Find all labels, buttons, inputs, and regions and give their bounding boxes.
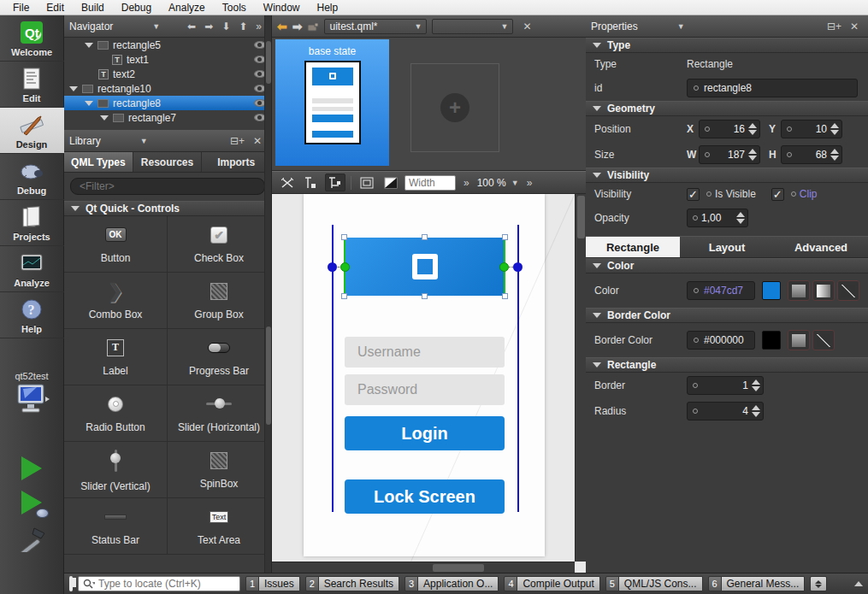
library-item-combo-box[interactable]: ❯ Combo Box: [64, 273, 168, 329]
form-canvas[interactable]: Username Password Login Lock Screen: [272, 194, 586, 573]
library-item-label[interactable]: T Label: [64, 329, 168, 385]
tab-advanced[interactable]: Advanced: [774, 237, 868, 257]
solid-fill-button[interactable]: [788, 280, 810, 301]
id-input[interactable]: rectangle8: [687, 79, 858, 97]
pane-cycle-button[interactable]: [810, 576, 827, 591]
output-pane-general-messages[interactable]: 6 General Mess...: [708, 576, 806, 591]
close-panel-icon[interactable]: ✕: [249, 135, 266, 147]
library-item-slider-vertical[interactable]: Slider (Vertical): [64, 442, 168, 498]
snapping-anchors-icon[interactable]: [301, 173, 322, 191]
spin-up-icon[interactable]: [830, 149, 839, 154]
tree-item-rectangle10[interactable]: rectangle10: [64, 81, 271, 96]
spin-down-icon[interactable]: [752, 412, 760, 417]
spin-down-icon[interactable]: [748, 130, 757, 135]
mode-edit[interactable]: Edit: [0, 62, 64, 108]
library-item-slider-horizontal[interactable]: Slider (Horizontal): [168, 385, 271, 442]
secondary-combo[interactable]: ▼: [432, 19, 513, 34]
expand-icon[interactable]: [100, 115, 109, 121]
navigator-scrollbar[interactable]: [264, 15, 271, 130]
section-visibility[interactable]: Visibility: [586, 168, 868, 183]
kit-selector[interactable]: qt52test: [13, 371, 50, 417]
binding-indicator-icon[interactable]: [706, 191, 712, 197]
spin-down-icon[interactable]: [830, 156, 839, 161]
no-fill-button[interactable]: [837, 280, 859, 301]
section-geometry[interactable]: Geometry: [586, 101, 868, 116]
overflow-icon[interactable]: »: [459, 177, 474, 189]
move-left-icon[interactable]: ⬅: [183, 21, 200, 32]
mode-help[interactable]: ? Help: [0, 292, 64, 338]
section-rectangle[interactable]: Rectangle: [586, 357, 868, 373]
color-input[interactable]: #047cd7: [687, 281, 755, 300]
resize-handle-n[interactable]: [422, 234, 428, 240]
mode-design[interactable]: Design: [0, 108, 64, 154]
resize-handle-s[interactable]: [422, 293, 428, 299]
lock-screen-button[interactable]: Lock Screen: [345, 479, 505, 514]
selected-rectangle8[interactable]: [345, 238, 505, 296]
border-color-swatch[interactable]: [762, 331, 781, 350]
menu-help[interactable]: Help: [310, 1, 346, 15]
locator-input[interactable]: [98, 578, 235, 590]
anchor-dot-green-left[interactable]: [340, 262, 350, 272]
library-item-button[interactable]: OK Button: [64, 216, 168, 273]
solid-fill-button[interactable]: [788, 330, 810, 350]
library-item-progress-bar[interactable]: Progress Bar: [168, 329, 271, 385]
section-type[interactable]: Type: [586, 38, 868, 53]
binding-indicator-icon[interactable]: [693, 409, 698, 414]
zoom-dropdown-icon[interactable]: ▼: [511, 179, 519, 187]
output-pane-compile-output[interactable]: 4 Compile Output: [504, 576, 599, 591]
section-color[interactable]: Color: [586, 258, 868, 273]
spin-down-icon[interactable]: [830, 130, 839, 135]
username-field[interactable]: Username: [345, 337, 505, 368]
section-border-color[interactable]: Border Color: [586, 308, 868, 323]
clip-checkbox[interactable]: ✓: [771, 188, 784, 201]
anchor-dot-blue-right[interactable]: [513, 262, 523, 272]
password-field[interactable]: Password: [345, 374, 505, 405]
spin-up-icon[interactable]: [748, 149, 757, 154]
back-icon[interactable]: ⬅: [277, 20, 287, 33]
library-filter-input[interactable]: [70, 178, 265, 195]
binding-indicator-icon[interactable]: [787, 126, 792, 132]
border-color-input[interactable]: #000000: [687, 331, 755, 350]
mode-welcome[interactable]: Qt Welcome: [0, 15, 64, 62]
spin-down-icon[interactable]: [736, 219, 745, 224]
split-panel-icon[interactable]: ⊟+: [823, 21, 846, 32]
spin-up-icon[interactable]: [752, 405, 760, 410]
spin-up-icon[interactable]: [748, 123, 757, 128]
resize-handle-ne[interactable]: [502, 234, 508, 240]
is-visible-checkbox[interactable]: ✓: [687, 188, 700, 201]
tree-item-text2[interactable]: T text2: [64, 67, 271, 81]
tab-qml-types[interactable]: QML Types: [64, 152, 133, 172]
show-bounding-rects-icon[interactable]: [357, 173, 377, 191]
menu-file[interactable]: File: [5, 1, 37, 15]
output-pane-search-results[interactable]: 2 Search Results: [305, 576, 399, 591]
library-item-group-box[interactable]: Group Box: [168, 273, 271, 329]
color-swatch[interactable]: [762, 281, 781, 300]
resize-handle-se[interactable]: [502, 293, 508, 299]
forward-icon[interactable]: ➡: [292, 20, 303, 33]
close-split-icon[interactable]: ✕: [518, 21, 535, 32]
binding-indicator-icon[interactable]: [693, 215, 698, 221]
output-pane-application-output[interactable]: 3 Application O...: [404, 576, 499, 591]
mode-debug[interactable]: Debug: [0, 154, 64, 200]
resize-handle-nw[interactable]: [341, 234, 347, 240]
maximize-output-icon[interactable]: [854, 581, 863, 586]
spin-up-icon[interactable]: [830, 123, 839, 128]
binding-indicator-icon[interactable]: [694, 288, 699, 293]
tab-layout[interactable]: Layout: [680, 237, 774, 257]
menu-edit[interactable]: Edit: [38, 1, 72, 15]
add-state-icon[interactable]: +: [440, 93, 469, 122]
w-spinbox[interactable]: 187: [699, 145, 760, 164]
build-button[interactable]: [17, 525, 46, 555]
y-spinbox[interactable]: 10: [781, 120, 842, 138]
mode-analyze[interactable]: Analyze: [0, 246, 64, 292]
expand-icon[interactable]: [69, 86, 78, 91]
library-item-check-box[interactable]: ✔ Check Box: [168, 216, 271, 273]
binding-indicator-icon[interactable]: [791, 191, 796, 197]
move-down-icon[interactable]: ⬇: [217, 21, 234, 32]
canvas-vscrollbar[interactable]: [575, 194, 586, 562]
binding-indicator-icon[interactable]: [705, 126, 710, 132]
anchor-dot-green-right[interactable]: [499, 262, 509, 272]
menu-analyze[interactable]: Analyze: [161, 1, 213, 15]
menu-debug[interactable]: Debug: [114, 1, 159, 15]
canvas-hscrollbar[interactable]: [272, 562, 575, 573]
